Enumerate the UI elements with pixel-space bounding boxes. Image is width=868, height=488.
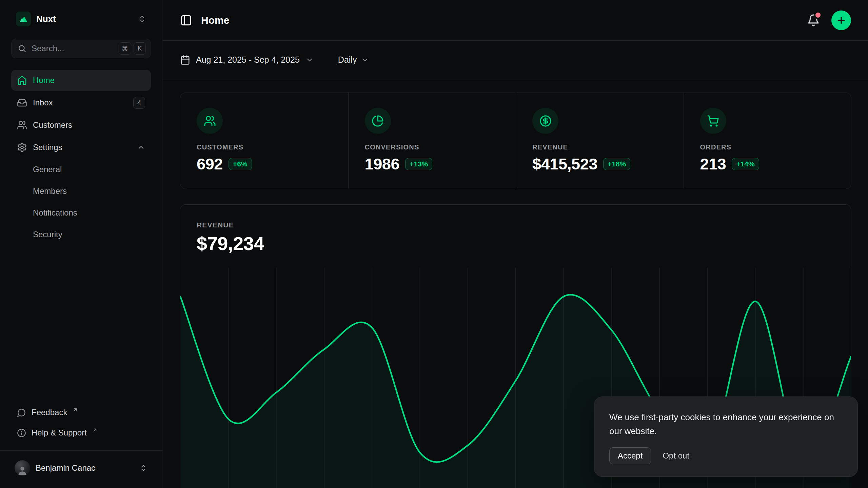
stat-delta-badge: +14% [732,158,759,170]
user-section: Benjamin Canac [0,450,162,479]
sidebar-item-help-support[interactable]: Help & Support [11,423,151,443]
notifications-button[interactable] [807,14,820,27]
shopping-cart-icon [700,108,726,134]
user-name: Benjamin Canac [36,463,95,473]
stat-label: CUSTOMERS [197,143,332,151]
stat-card-customers[interactable]: CUSTOMERS 692 +6% [180,93,348,189]
stat-delta-badge: +13% [405,158,432,170]
workspace-switcher[interactable]: Nuxt [11,9,151,29]
plus-icon [836,15,846,25]
cookie-message: We use first-party cookies to enhance yo… [609,410,843,438]
sidebar-item-label: Home [33,76,55,85]
message-bubble-icon [17,408,26,417]
search-placeholder: Search... [32,44,114,53]
inbox-icon [17,98,27,108]
sidebar-item-label: Help & Support [32,428,87,438]
cookie-accept-button[interactable]: Accept [609,447,651,464]
info-circle-icon [17,428,26,438]
header-actions [807,11,851,30]
stat-value: $415,523 [532,155,597,173]
calendar-icon [180,55,190,65]
search-input[interactable]: Search... ⌘ K [11,39,151,58]
panel-left-icon[interactable] [180,14,192,26]
sidebar-item-members[interactable]: Members [11,181,151,201]
date-range-value: Aug 21, 2025 - Sep 4, 2025 [196,55,300,65]
filters-toolbar: Aug 21, 2025 - Sep 4, 2025 Daily [162,41,868,79]
sidebar-item-label: Customers [33,120,72,130]
brand-name: Nuxt [36,14,56,24]
chevrons-up-down-icon [139,464,147,472]
users-icon [17,120,27,130]
stat-card-revenue[interactable]: REVENUE $415,523 +18% [516,93,684,189]
sidebar-subitem-label: General [33,165,62,174]
stat-value: 1986 [365,155,400,173]
pie-chart-icon [365,108,391,134]
sidebar-spacer [11,245,151,402]
stats-row: CUSTOMERS 692 +6% CONVERSIONS 1986 +13% [180,93,851,189]
search-icon [18,44,26,53]
inbox-count-badge: 4 [133,97,145,109]
revenue-card-label: REVENUE [197,221,835,229]
stat-card-conversions[interactable]: CONVERSIONS 1986 +13% [348,93,516,189]
sidebar-item-security[interactable]: Security [11,224,151,245]
granularity-select[interactable]: Daily [338,55,369,65]
revenue-card-header: REVENUE $79,234 [180,205,851,255]
chevron-down-icon [305,56,314,64]
nuxt-logo-icon [16,12,31,26]
sidebar-subitem-label: Notifications [33,208,77,218]
sidebar-item-notifications[interactable]: Notifications [11,203,151,223]
chevrons-up-down-icon [138,15,146,23]
date-range-picker[interactable]: Aug 21, 2025 - Sep 4, 2025 [180,55,314,65]
page-header: Home [162,0,868,41]
dollar-circle-icon [532,108,558,134]
avatar [15,460,30,476]
chevron-up-icon [137,143,145,151]
kbd-key: K [134,42,146,55]
granularity-value: Daily [338,55,357,65]
cookie-optout-button[interactable]: Opt out [663,451,689,461]
sidebar-item-home[interactable]: Home [11,70,151,91]
stat-label: CONVERSIONS [365,143,500,151]
cookie-actions: Accept Opt out [609,447,843,464]
external-link-icon [92,427,98,433]
sidebar-item-label: Feedback [32,408,67,417]
sidebar: Nuxt Search... ⌘ K Home Inbox 4 [0,0,162,488]
sidebar-item-feedback[interactable]: Feedback [11,402,151,423]
sidebar-nav: Home Inbox 4 Customers Settings Ge [11,70,151,245]
external-link-icon [73,407,78,412]
stat-value: 692 [197,155,223,173]
add-button[interactable] [831,11,851,30]
sidebar-item-label: Inbox [33,98,53,107]
cookie-banner: We use first-party cookies to enhance yo… [594,396,858,477]
stat-card-orders[interactable]: ORDERS 213 +14% [684,93,851,189]
sidebar-item-general[interactable]: General [11,159,151,180]
sidebar-item-inbox[interactable]: Inbox 4 [11,92,151,113]
kbd-meta: ⌘ [119,42,131,55]
stat-label: REVENUE [532,143,667,151]
stat-label: ORDERS [700,143,835,151]
sidebar-item-customers[interactable]: Customers [11,115,151,136]
sidebar-item-settings[interactable]: Settings [11,137,151,158]
sidebar-subitem-label: Security [33,230,62,239]
revenue-card-value: $79,234 [197,232,835,255]
users-icon [197,108,223,134]
sidebar-subitem-label: Members [33,186,67,196]
user-menu[interactable]: Benjamin Canac [11,458,151,478]
page-title: Home [201,15,229,26]
notification-dot [815,13,821,18]
stat-delta-badge: +18% [603,158,630,170]
sidebar-item-label: Settings [33,143,62,152]
home-icon [17,75,27,85]
chevron-down-icon [361,56,369,64]
stat-delta-badge: +6% [229,158,252,170]
search-shortcut: ⌘ K [119,42,146,55]
stat-value: 213 [700,155,726,173]
gear-icon [17,142,27,152]
